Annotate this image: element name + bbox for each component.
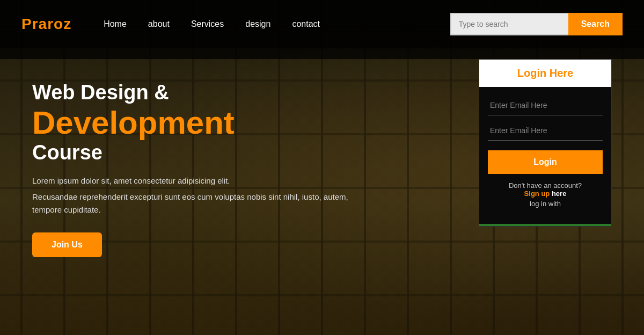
- hero-title-line2: Development: [32, 105, 376, 141]
- here-label: here: [552, 190, 566, 198]
- nav-design[interactable]: design: [245, 19, 270, 29]
- join-us-button[interactable]: Join Us: [32, 232, 102, 257]
- signup-link[interactable]: Sign up: [524, 190, 550, 198]
- search-button[interactable]: Search: [568, 13, 623, 35]
- logo[interactable]: Praroz: [21, 16, 71, 33]
- main-content: Web Design & Development Course Lorem ip…: [0, 48, 644, 335]
- login-footer: Don't have an account? Sign up here log …: [488, 181, 603, 215]
- hero-section: Web Design & Development Course Lorem ip…: [32, 70, 376, 257]
- no-account-text: Don't have an account?: [509, 181, 582, 190]
- hero-desc2: Recusandae reprehenderit excepturi sunt …: [32, 191, 376, 216]
- login-header: Login Here: [479, 60, 611, 87]
- login-card: Login Here Login Don't have an account? …: [479, 59, 612, 227]
- login-button[interactable]: Login: [488, 150, 603, 174]
- hero-title-line1: Web Design &: [32, 81, 376, 105]
- nav-home[interactable]: Home: [104, 19, 127, 29]
- search-input[interactable]: [450, 13, 568, 35]
- footer-bar: [479, 224, 611, 226]
- log-in-with-text: log in with: [488, 200, 603, 208]
- hero-desc1: Lorem ipsum dolor sit, amet consectetur …: [32, 174, 376, 187]
- nav-links: Home about Services design contact: [104, 19, 450, 29]
- navbar: Praroz Home about Services design contac…: [0, 0, 644, 48]
- nav-contact[interactable]: contact: [292, 19, 320, 29]
- search-area: Search: [450, 13, 623, 35]
- nav-services[interactable]: Services: [191, 19, 224, 29]
- login-body: Login Don't have an account? Sign up her…: [479, 87, 611, 224]
- hero-title-line3: Course: [32, 141, 376, 165]
- password-input[interactable]: [488, 121, 603, 141]
- login-heading: Login Here: [517, 67, 573, 79]
- email-input[interactable]: [488, 96, 603, 115]
- nav-about[interactable]: about: [148, 19, 170, 29]
